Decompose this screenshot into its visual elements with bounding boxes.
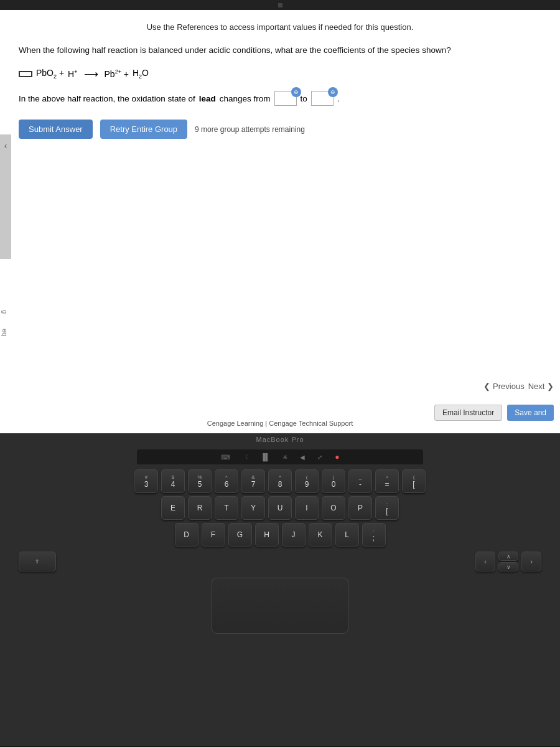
- bottom-actions: Email Instructor Save and: [434, 405, 554, 421]
- key-semicolon[interactable]: :;: [362, 523, 386, 547]
- nav-row: ❮ Previous Next ❯: [483, 382, 554, 391]
- oxidation-input-2[interactable]: ⊖: [311, 91, 334, 106]
- reaction-arrow: ⟶: [84, 68, 98, 80]
- camera: [278, 3, 282, 7]
- screen: Use the References to access important v…: [0, 10, 560, 433]
- key-u[interactable]: U: [268, 496, 292, 520]
- oxidation-text-to: to: [301, 94, 307, 103]
- key-4[interactable]: $4: [161, 469, 185, 493]
- key-arrow-left[interactable]: ‹: [475, 552, 495, 571]
- key-3[interactable]: #3: [134, 469, 158, 493]
- key-g[interactable]: G: [228, 523, 252, 547]
- product2-label: H2O: [133, 68, 149, 80]
- reactant1-label: PbO2 +: [36, 68, 64, 80]
- key-9[interactable]: (9: [295, 469, 319, 493]
- chevron-right-icon: ❯: [547, 382, 554, 391]
- key-y[interactable]: Y: [241, 496, 265, 520]
- cengage-learning-link[interactable]: Cengage Learning: [207, 420, 264, 427]
- previous-button[interactable]: ❮ Previous: [483, 382, 524, 391]
- key-d[interactable]: D: [175, 523, 198, 547]
- touch-bar-angle-icon: 〈: [242, 453, 248, 461]
- buttons-row: Submit Answer Retry Entire Group 9 more …: [19, 120, 541, 139]
- touch-bar-mute-icon: ◀: [300, 454, 305, 461]
- key-arrow-right[interactable]: ›: [521, 552, 541, 571]
- keyboard-row-numbers: #3 $4 %5 ^6 &7 *8 (9: [19, 469, 541, 493]
- input2-icon: ⊖: [328, 87, 338, 97]
- question-text: When the following half reaction is bala…: [19, 44, 541, 57]
- save-button[interactable]: Save and: [507, 405, 554, 421]
- product1-label: Pb2+ +: [105, 68, 129, 79]
- footer-links: Cengage Learning | Cengage Technical Sup…: [207, 420, 353, 427]
- key-minus[interactable]: _-: [348, 469, 372, 493]
- cengage-support-link[interactable]: Cengage Technical Support: [269, 420, 353, 427]
- next-button[interactable]: Next ❯: [528, 382, 554, 391]
- oxidation-row: In the above half reaction, the oxidatio…: [19, 91, 541, 106]
- key-8[interactable]: *8: [268, 469, 292, 493]
- key-equals[interactable]: +=: [375, 469, 399, 493]
- key-i[interactable]: I: [295, 496, 319, 520]
- touch-bar-keyboard-icon: ⌨: [221, 454, 230, 461]
- laptop-body: MacBook Pro ⌨ 〈 ▐▌ ✳ ◀ ⤢ ● #3 $4 %5 ^6: [0, 433, 560, 746]
- coefficient-box-pbo2[interactable]: [19, 71, 32, 77]
- key-h[interactable]: H: [255, 523, 279, 547]
- reactant2-label: H+: [68, 68, 77, 79]
- left-arrow-icon[interactable]: ‹: [4, 141, 7, 151]
- attempts-text: 9 more group attempts remaining: [195, 125, 305, 134]
- key-f[interactable]: F: [202, 523, 225, 547]
- key-p[interactable]: P: [348, 496, 372, 520]
- keyboard-row-top: E R T Y U I O P :[: [19, 496, 541, 520]
- oxidation-input-1[interactable]: ⊖: [274, 91, 297, 106]
- oxidation-text-pre: In the above half reaction, the oxidatio…: [19, 94, 195, 103]
- key-r[interactable]: R: [188, 496, 212, 520]
- key-shift-left[interactable]: ⇧: [19, 552, 56, 571]
- key-7[interactable]: &7: [241, 469, 265, 493]
- touch-bar-record-icon: ●: [335, 453, 339, 461]
- key-6[interactable]: ^6: [215, 469, 238, 493]
- side-label-eq: eq: [0, 327, 10, 337]
- key-arrow-down[interactable]: ∨: [498, 562, 518, 571]
- side-label-g: g: [0, 309, 10, 315]
- reaction-row: PbO2 + H+ ⟶ Pb2+ + H2O: [19, 68, 541, 80]
- macbook-label: MacBook Pro: [0, 436, 560, 443]
- submit-button[interactable]: Submit Answer: [19, 120, 93, 139]
- touch-bar-star-icon: ✳: [282, 454, 287, 461]
- top-instruction: Use the References to access important v…: [19, 22, 541, 32]
- touch-bar-music-icon: ▐▌: [261, 453, 271, 461]
- key-bracket[interactable]: {[: [402, 469, 426, 493]
- oxidation-bold: lead: [199, 94, 216, 103]
- key-0[interactable]: )0: [322, 469, 345, 493]
- key-j[interactable]: J: [282, 523, 306, 547]
- key-o[interactable]: O: [322, 496, 345, 520]
- key-open-bracket[interactable]: :[: [375, 496, 399, 520]
- touch-bar-diagonal-icon: ⤢: [317, 454, 322, 461]
- key-t[interactable]: T: [215, 496, 238, 520]
- oxidation-text-mid: changes from: [220, 94, 271, 103]
- key-arrow-up[interactable]: ∧: [498, 552, 518, 561]
- keyboard-row-bottom: ⇧ ‹ ∧ ∨ ›: [19, 552, 541, 571]
- chevron-left-icon: ❮: [483, 382, 490, 391]
- keyboard-row-home: D F G H J K L :;: [19, 523, 541, 547]
- retry-button[interactable]: Retry Entire Group: [100, 120, 187, 139]
- left-panel: ‹: [0, 134, 11, 259]
- key-l[interactable]: L: [335, 523, 359, 547]
- key-k[interactable]: K: [309, 523, 332, 547]
- key-e[interactable]: E: [161, 496, 185, 520]
- input1-icon: ⊖: [291, 87, 301, 97]
- trackpad[interactable]: [212, 578, 348, 634]
- email-instructor-button[interactable]: Email Instructor: [434, 405, 502, 421]
- touch-bar: ⌨ 〈 ▐▌ ✳ ◀ ⤢ ●: [137, 449, 423, 464]
- key-5[interactable]: %5: [188, 469, 212, 493]
